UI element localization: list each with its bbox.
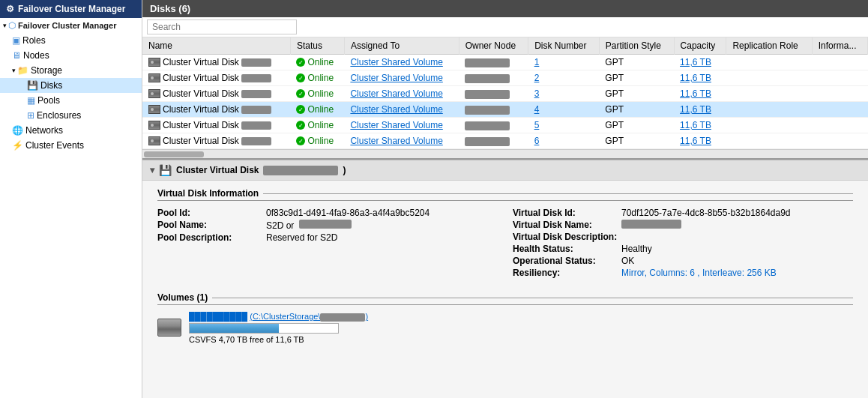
volume-bar-fill — [190, 324, 279, 333]
sidebar-item-label: Networks — [25, 125, 63, 136]
cell-status: ✓Online — [290, 86, 344, 102]
horizontal-scrollbar[interactable] — [142, 149, 868, 158]
col-name[interactable]: Name — [142, 37, 290, 55]
sidebar-item-roles[interactable]: ▣ Roles — [0, 33, 142, 48]
cell-owner — [459, 102, 528, 118]
volume-path-text[interactable]: (C:\ClusterStorage\) — [250, 312, 368, 321]
sidebar-item-networks[interactable]: 🌐 Networks — [0, 123, 142, 138]
sidebar-item-label: Nodes — [23, 50, 49, 61]
volume-disk-icon — [157, 319, 181, 337]
sidebar-item-nodes[interactable]: 🖥 Nodes — [0, 48, 142, 63]
col-status[interactable]: Status — [290, 37, 344, 55]
sidebar-item-label: Cluster Events — [25, 140, 84, 151]
col-assigned[interactable]: Assigned To — [344, 37, 459, 55]
cell-capacity: 11,6 TB — [674, 118, 726, 133]
col-info[interactable]: Informa... — [812, 37, 867, 55]
cell-assigned: Cluster Shared Volume — [344, 86, 459, 102]
sidebar-item-cluster[interactable]: ▾ ⬡ Failover Cluster Manager — [0, 18, 142, 33]
status-icon: ✓ — [296, 73, 305, 82]
vdi-right-col: Virtual Disk Id: 70df1205-7a7e-4dc8-8b55… — [513, 207, 853, 279]
col-capacity[interactable]: Capacity — [674, 37, 726, 55]
detail-title: Cluster Virtual Disk — [176, 165, 259, 175]
cell-assigned: Cluster Shared Volume — [344, 55, 459, 70]
events-icon: ⚡ — [12, 140, 23, 151]
cell-disk-number: 5 — [528, 118, 600, 133]
cell-partition: GPT — [599, 70, 674, 86]
detail-chevron[interactable]: ▾ — [150, 165, 154, 175]
chevron-icon[interactable]: ▾ — [12, 67, 16, 74]
volume-name-line: ██████████ (C:\ClusterStorage\) — [189, 311, 368, 322]
sidebar-item-disks[interactable]: 💾 Disks — [0, 78, 142, 93]
vdi-info-grid: Pool Id: 0f83c9d1-d491-4fa9-86a3-a4f4a9b… — [157, 207, 853, 279]
vdisk-name-label: Virtual Disk Name: — [513, 220, 618, 230]
cell-info — [812, 70, 867, 86]
cell-capacity: 11,6 TB — [674, 133, 726, 149]
sidebar-item-enclosures[interactable]: ⊞ Enclosures — [0, 108, 142, 123]
volume-item: ██████████ (C:\ClusterStorage\) CSVFS 4,… — [157, 311, 853, 344]
table-row[interactable]: Cluster Virtual Disk ✓OnlineCluster Shar… — [142, 118, 868, 133]
pool-name-row: Pool Name: S2D or — [157, 219, 498, 232]
pool-id-label: Pool Id: — [157, 208, 262, 218]
cell-status: ✓Online — [290, 102, 344, 118]
status-icon: ✓ — [296, 136, 305, 145]
search-bar — [142, 17, 868, 37]
pool-name-value: S2D or — [266, 220, 352, 231]
volume-size: CSVFS 4,70 TB free of 11,6 TB — [189, 335, 368, 344]
cell-replication — [726, 55, 812, 70]
search-input[interactable] — [147, 19, 297, 34]
cell-status: ✓Online — [290, 70, 344, 86]
sidebar-item-label: Failover Cluster Manager — [18, 21, 116, 30]
col-replication[interactable]: Replication Role — [726, 37, 812, 55]
cell-name: Cluster Virtual Disk — [142, 118, 290, 133]
networks-icon: 🌐 — [12, 125, 23, 136]
pool-desc-value: Reserved for S2D — [266, 232, 337, 243]
chevron-icon[interactable]: ▾ — [3, 22, 7, 29]
pools-icon: ▦ — [27, 95, 35, 106]
health-value: Healthy — [621, 244, 652, 254]
cell-owner — [459, 133, 528, 149]
sidebar-item-label: Roles — [22, 35, 46, 46]
table-row[interactable]: Cluster Virtual Disk ✓OnlineCluster Shar… — [142, 133, 868, 149]
table-row[interactable]: Cluster Virtual Disk ✓OnlineCluster Shar… — [142, 55, 868, 70]
volumes-section-header: Volumes (1) — [157, 292, 853, 305]
cell-name: Cluster Virtual Disk — [142, 133, 290, 149]
disk-table-body: Cluster Virtual Disk ✓OnlineCluster Shar… — [142, 55, 868, 149]
health-label: Health Status: — [513, 244, 618, 254]
sidebar-item-cluster-events[interactable]: ⚡ Cluster Events — [0, 138, 142, 153]
cell-info — [812, 118, 867, 133]
health-row: Health Status: Healthy — [513, 243, 853, 255]
sidebar-item-label: Enclosures — [37, 110, 81, 121]
cell-status: ✓Online — [290, 133, 344, 149]
vdi-left-col: Pool Id: 0f83c9d1-d491-4fa9-86a3-a4f4a9b… — [157, 207, 498, 279]
table-row[interactable]: Cluster Virtual Disk ✓OnlineCluster Shar… — [142, 70, 868, 86]
volumes-section-title: Volumes (1) — [157, 292, 208, 303]
volume-path-redacted — [320, 313, 365, 322]
cell-assigned: Cluster Shared Volume — [344, 118, 459, 133]
sidebar: ⚙ Failover Cluster Manager ▾ ⬡ Failover … — [0, 0, 142, 398]
col-owner[interactable]: Owner Node — [459, 37, 528, 55]
volume-name[interactable]: ██████████ — [189, 312, 247, 321]
cell-partition: GPT — [599, 118, 674, 133]
col-disknum[interactable]: Disk Number — [528, 37, 600, 55]
table-row[interactable]: Cluster Virtual Disk ✓OnlineCluster Shar… — [142, 102, 868, 118]
col-partition[interactable]: Partition Style — [599, 37, 674, 55]
vdisk-name-redacted — [621, 220, 681, 229]
cell-owner — [459, 55, 528, 70]
pool-id-row: Pool Id: 0f83c9d1-d491-4fa9-86a3-a4f4a9b… — [157, 207, 498, 219]
pool-id-value: 0f83c9d1-d491-4fa9-86a3-a4f4a9bc5204 — [266, 208, 430, 218]
status-icon: ✓ — [296, 89, 305, 98]
sidebar-item-label: Storage — [31, 65, 62, 76]
cell-status: ✓Online — [290, 118, 344, 133]
roles-icon: ▣ — [12, 35, 20, 46]
disk-icon — [148, 73, 160, 82]
cell-replication — [726, 118, 812, 133]
disk-table-container: Name Status Assigned To Owner Node Disk … — [142, 37, 868, 149]
cell-partition: GPT — [599, 86, 674, 102]
sidebar-item-storage[interactable]: ▾ 📁 Storage — [0, 63, 142, 78]
table-row[interactable]: Cluster Virtual Disk ✓OnlineCluster Shar… — [142, 86, 868, 102]
cell-partition: GPT — [599, 133, 674, 149]
sidebar-item-pools[interactable]: ▦ Pools — [0, 93, 142, 108]
scrollbar-thumb[interactable] — [144, 151, 204, 157]
disk-table: Name Status Assigned To Owner Node Disk … — [142, 37, 868, 149]
cell-replication — [726, 86, 812, 102]
